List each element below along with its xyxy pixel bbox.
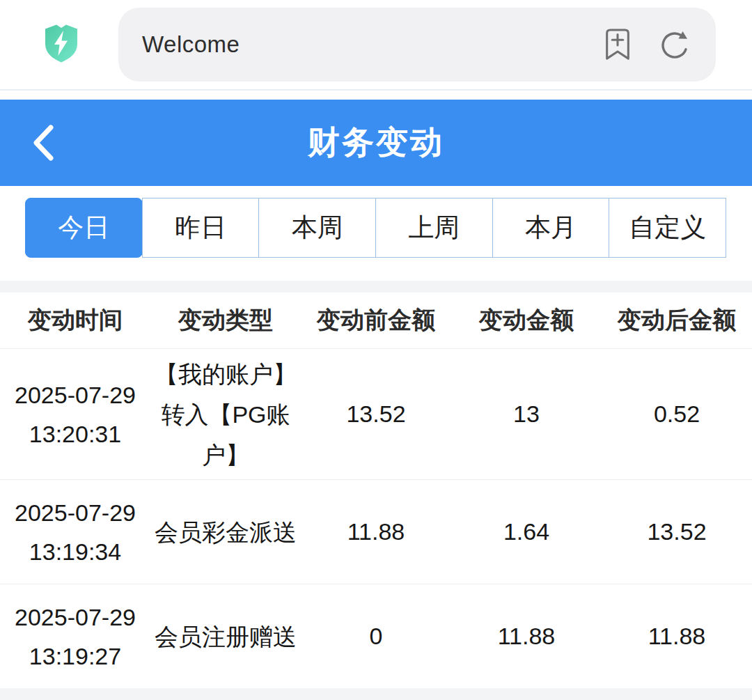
table-header-row: 变动时间 变动类型 变动前金额 变动金额 变动后金额 [0, 293, 752, 348]
cell-amount-after: 0.52 [602, 400, 752, 428]
browser-top-bar: Welcome [0, 0, 752, 91]
table-row: 2025-07-29 13:20:31 【我的账户】 转入【PG账 户】 13.… [0, 348, 752, 479]
back-button[interactable] [29, 100, 58, 186]
site-shield-icon[interactable] [40, 22, 82, 66]
address-bar-actions [600, 8, 692, 81]
cell-amount-after: 11.88 [602, 623, 752, 650]
cell-change-type: 会员彩金派送 [150, 512, 301, 552]
tab-today[interactable]: 今日 [25, 198, 143, 258]
separator [0, 186, 752, 198]
date-filter-tabs: 今日 昨日 本周 上周 本月 自定义 [25, 198, 726, 258]
table-row: 2025-07-29 13:19:27 会员注册赠送 0 11.88 11.88 [0, 584, 752, 688]
tab-yesterday[interactable]: 昨日 [142, 198, 260, 258]
cell-change-type: 【我的账户】 转入【PG账 户】 [150, 354, 301, 475]
table-row: 2025-07-29 13:19:34 会员彩金派送 11.88 1.64 13… [0, 479, 752, 584]
cell-change-time: 2025-07-29 13:20:31 [0, 375, 150, 453]
separator [0, 91, 752, 100]
cell-amount-after: 13.52 [602, 518, 752, 545]
col-header-amount-before: 变动前金额 [301, 304, 451, 336]
separator [0, 281, 752, 293]
cell-amount-change: 11.88 [451, 623, 602, 650]
bookmark-add-icon[interactable] [600, 27, 635, 62]
tab-custom[interactable]: 自定义 [609, 198, 726, 258]
separator [0, 258, 752, 281]
col-header-amount-after: 变动后金额 [602, 304, 752, 336]
address-bar[interactable]: Welcome [118, 8, 716, 81]
finance-change-table: 变动时间 变动类型 变动前金额 变动金额 变动后金额 2025-07-29 13… [0, 293, 752, 688]
cell-amount-before: 11.88 [301, 518, 451, 545]
tab-this-week[interactable]: 本周 [258, 198, 376, 258]
col-header-amount-change: 变动金额 [451, 304, 602, 336]
cell-change-type: 会员注册赠送 [150, 616, 301, 657]
cell-amount-before: 13.52 [301, 400, 451, 428]
page-title: 财务变动 [308, 121, 444, 164]
chevron-left-icon [29, 123, 58, 163]
cell-amount-change: 1.64 [451, 518, 602, 545]
col-header-change-time: 变动时间 [0, 304, 150, 336]
address-bar-text: Welcome [142, 31, 240, 58]
col-header-change-type: 变动类型 [150, 304, 301, 336]
cell-amount-before: 0 [301, 623, 451, 650]
separator [0, 688, 752, 700]
cell-change-time: 2025-07-29 13:19:34 [0, 493, 150, 571]
cell-amount-change: 13 [451, 400, 602, 428]
refresh-icon[interactable] [657, 27, 692, 62]
tab-last-week[interactable]: 上周 [375, 198, 493, 258]
cell-change-time: 2025-07-29 13:19:27 [0, 598, 150, 676]
tab-this-month[interactable]: 本月 [492, 198, 610, 258]
page-header: 财务变动 [0, 100, 752, 186]
